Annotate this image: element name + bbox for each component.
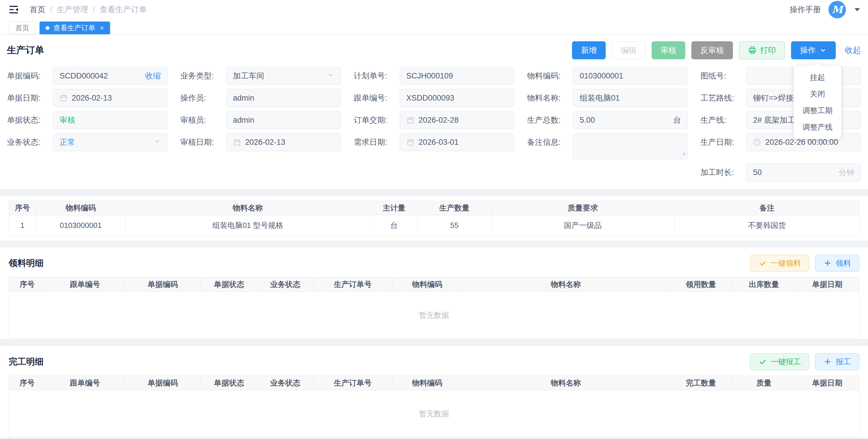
tab-home[interactable]: 首页 [9,22,36,34]
material-code-input: 0103000001 [573,67,688,85]
table-cell: 国产一级品 [491,215,675,236]
finish-section: 完工明细 一键报工 报工 序号跟单编号单据编码单据状态业务状态生产订单号物料编码… [0,346,868,438]
chevron-down-icon [819,47,827,54]
avatar[interactable]: M [829,1,846,18]
production-order-card: 生产订单 新增 编辑 审核 反审核 打印 操作 [0,35,868,189]
table-cell: 55 [418,215,491,236]
clock-icon [753,138,761,146]
table-row[interactable]: 10103000001组装电脑01 型号规格台55国产一级品不要韩国货 [9,215,859,236]
operator-input: admin [226,89,341,107]
column-header: 物料编码 [36,201,125,215]
table-cell: 0103000001 [36,215,125,236]
tab-bar: 首页 查看生产订单 × [0,19,868,35]
plan-no-input: SCJH000109 [400,67,515,85]
manual-link[interactable]: 操作手册 [789,4,821,15]
biz-type-select: 加工车间 [226,67,341,85]
bill-status-input: 审核 [53,111,167,129]
menu-item-suspend[interactable]: 挂起 [794,69,841,86]
field-bill-date: 单据日期: 2026-02-13 [7,89,167,107]
audit-date-picker: 2026-02-13 [226,133,341,151]
column-header: 序号 [9,201,36,215]
biz-status-value: 正常 [60,137,149,147]
card-header: 生产订单 新增 编辑 审核 反审核 打印 操作 [7,40,861,60]
column-header: 业务状态 [257,277,313,292]
field-auditor: 审核员: admin [180,111,341,129]
column-header: 业务状态 [257,376,313,390]
field-operator: 操作员: admin [180,89,341,107]
user-caret-icon[interactable] [855,8,860,11]
empty-state: 暂无数据 [9,390,859,438]
table-cell: 不要韩国货 [675,215,859,236]
chevron-down-icon [327,71,334,81]
report-button[interactable]: 报工 [815,353,859,370]
column-header: 跟单编号 [45,277,124,292]
order-form: 单据编码: SCDD000042 收缩 业务类型: 加工车间 计划单号: SCJ… [7,67,861,181]
printer-icon [748,46,757,55]
action-button[interactable]: 操作 [791,41,836,59]
field-remark: 备注信息: [527,133,688,159]
tab-current-label: 查看生产订单 [54,23,95,33]
plus-icon [824,259,832,267]
tab-home-label: 首页 [16,23,29,33]
column-header: 质量 [732,376,795,390]
menu-item-close[interactable]: 关闭 [794,86,841,103]
status-badge: 审核 [60,115,161,125]
plus-icon [824,358,832,366]
column-header: 生产数量 [418,201,491,215]
column-header: 物料名称 [462,277,670,292]
unaudit-button[interactable]: 反审核 [691,41,733,59]
unit-suffix: 台 [673,115,681,125]
column-header: 完工数量 [670,376,733,390]
remark-textarea[interactable] [573,133,688,159]
menu-fold-icon[interactable] [8,4,20,16]
column-header: 备注 [675,201,859,215]
breadcrumb-production-mgmt[interactable]: 生产管理 [57,4,88,15]
field-material-code: 物料编码: 0103000001 [527,67,688,85]
edit-button: 编辑 [612,41,646,59]
biz-status-select: 正常 [53,133,167,151]
column-header: 序号 [9,277,45,292]
duration-input: 50 分钟 [746,164,861,181]
bill-code-input: SCDD000042 收缩 [53,67,167,85]
check-icon [758,259,767,267]
column-header: 单据状态 [201,376,257,390]
picking-table: 序号跟单编号单据编码单据状态业务状态生产订单号物料编码物料名称领用数量出库数量单… [9,277,859,339]
action-dropdown-menu: 挂起 关闭 调整工期 调整产线 [794,66,841,139]
follow-no-input: XSDD000093 [400,89,515,107]
column-header: 单据状态 [201,277,257,292]
column-header: 单据日期 [795,376,859,390]
print-button[interactable]: 打印 [739,41,785,59]
picking-title: 领料明细 [9,257,43,269]
column-header: 质量要求 [491,201,675,215]
audit-button[interactable]: 审核 [652,41,685,59]
add-button[interactable]: 新增 [572,41,606,59]
collapse-panel-link[interactable]: 收起 [845,45,861,56]
resize-handle-icon[interactable] [681,148,686,157]
field-audit-date: 审核日期: 2026-02-13 [180,133,341,159]
order-due-picker: 2026-02-28 [400,111,515,129]
breadcrumb-separator: / [93,5,95,14]
menu-item-adjust-line[interactable]: 调整产线 [794,119,841,136]
breadcrumb-view-order: 查看生产订单 [100,4,147,15]
column-header: 序号 [9,376,45,390]
table-cell: 台 [370,215,418,236]
auditor-input: admin [226,111,341,129]
menu-item-adjust-schedule[interactable]: 调整工期 [794,103,841,119]
quick-pick-button[interactable]: 一键领料 [750,255,809,271]
breadcrumb-home[interactable]: 首页 [30,4,45,15]
tab-view-production-order[interactable]: 查看生产订单 × [39,22,110,34]
shrink-link[interactable]: 收缩 [145,71,161,81]
picking-section-header: 领料明细 一键领料 领料 [9,254,859,272]
finish-section-header: 完工明细 一键报工 报工 [9,353,859,371]
table-cell: 1 [9,215,36,236]
calendar-icon [233,138,241,146]
quick-report-button[interactable]: 一键报工 [750,353,809,370]
table-cell: 组装电脑01 型号规格 [125,215,370,236]
active-dot-icon [45,26,50,30]
tab-close-icon[interactable]: × [100,24,104,31]
pick-button[interactable]: 领料 [815,255,859,271]
finish-actions: 一键报工 报工 [750,353,859,370]
field-plan-no: 计划单号: SCJH000109 [354,67,515,85]
column-header: 物料名称 [125,201,370,215]
field-total-qty: 生产总数: 5.00 台 [527,111,688,129]
